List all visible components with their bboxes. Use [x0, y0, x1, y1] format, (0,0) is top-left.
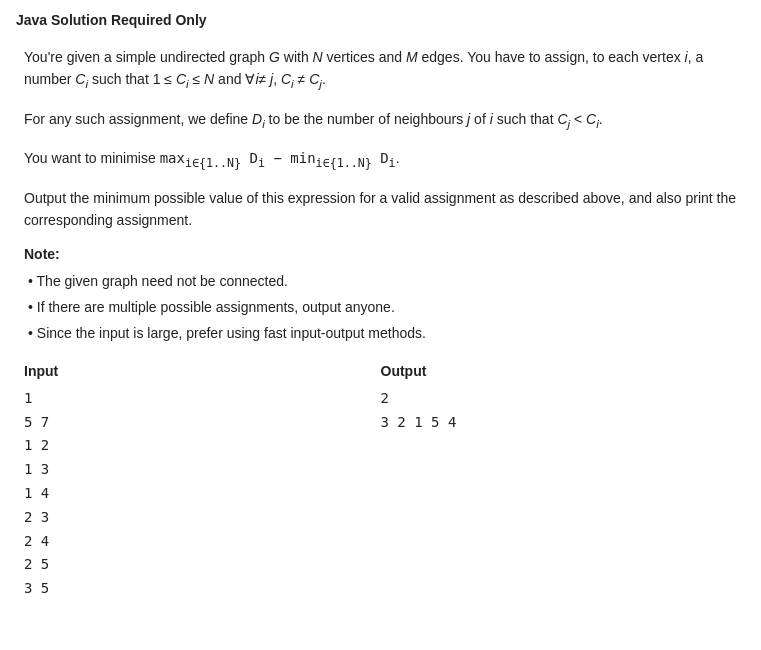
formula: maxi∈{1..N} Di − mini∈{1..N} Di	[160, 150, 396, 166]
problem-section: You're given a simple undirected graph G…	[16, 46, 745, 601]
page-title: Java Solution Required Only	[16, 8, 745, 28]
input-header: Input	[24, 363, 381, 379]
paragraph-1: You're given a simple undirected graph G…	[24, 46, 737, 94]
bullet-item-2: If there are multiple possible assignmen…	[28, 296, 737, 318]
output-data: 2 3 2 1 5 4	[381, 387, 738, 435]
output-header: Output	[381, 363, 738, 379]
paragraph-4: Output the minimum possible value of thi…	[24, 187, 737, 232]
paragraph-3: You want to minimise maxi∈{1..N} Di − mi…	[24, 147, 737, 172]
note-label: Note:	[24, 246, 737, 262]
bullet-list: The given graph need not be connected. I…	[24, 270, 737, 345]
output-column: Output 2 3 2 1 5 4	[381, 363, 738, 601]
bullet-item-1: The given graph need not be connected.	[28, 270, 737, 292]
bullet-item-3: Since the input is large, prefer using f…	[28, 322, 737, 344]
input-data: 1 5 7 1 2 1 3 1 4 2 3 2 4 2 5 3 5	[24, 387, 381, 601]
input-column: Input 1 5 7 1 2 1 3 1 4 2 3 2 4 2 5 3 5	[24, 363, 381, 601]
paragraph-2: For any such assignment, we define Di to…	[24, 108, 737, 133]
io-section: Input 1 5 7 1 2 1 3 1 4 2 3 2 4 2 5 3 5 …	[24, 363, 737, 601]
